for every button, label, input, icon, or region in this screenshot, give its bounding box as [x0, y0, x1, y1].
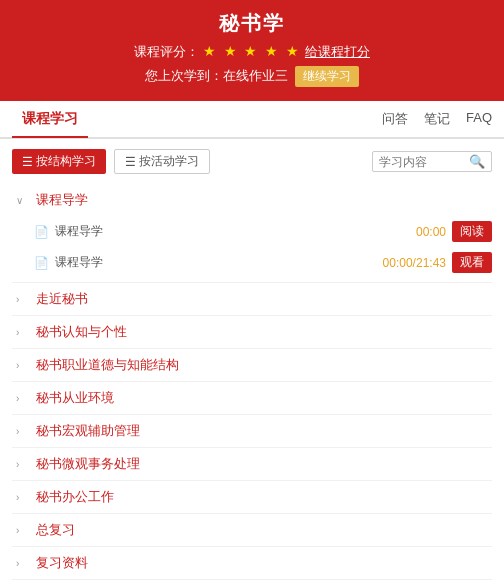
- chapter-name-0: 课程导学: [36, 191, 88, 209]
- chevron-icon-3: ›: [16, 360, 30, 371]
- chapter-name-7: 秘书办公工作: [36, 488, 114, 506]
- file-icon-0-0: 📄: [34, 225, 49, 239]
- chapter-list: ∨ 课程导学 📄 课程导学 00:00 阅读 📄 课程导学 00:00/21:4…: [12, 184, 492, 584]
- rate-course-link[interactable]: 给课程打分: [305, 44, 370, 59]
- chapter-header-4[interactable]: › 秘书从业环境: [12, 382, 492, 414]
- sub-item-time-0-1: 00:00/21:43: [383, 256, 446, 270]
- chapter-header-3[interactable]: › 秘书职业道德与知能结构: [12, 349, 492, 381]
- chapter-item-6: › 秘书微观事务处理: [12, 448, 492, 481]
- search-box[interactable]: 🔍: [372, 151, 492, 172]
- content-toolbar: ☰ 按结构学习 ☰ 按活动学习 🔍: [12, 149, 492, 174]
- chapter-item-3: › 秘书职业道德与知能结构: [12, 349, 492, 382]
- chapter-item-4: › 秘书从业环境: [12, 382, 492, 415]
- chapter-header-8[interactable]: › 总复习: [12, 514, 492, 546]
- sub-item-0-0: 📄 课程导学 00:00 阅读: [34, 216, 492, 247]
- list-icon: ☰: [22, 155, 33, 169]
- tab-faq[interactable]: FAQ: [466, 110, 492, 128]
- chapter-item-7: › 秘书办公工作: [12, 481, 492, 514]
- chapter-name-4: 秘书从业环境: [36, 389, 114, 407]
- structure-btn-label: 按结构学习: [36, 153, 96, 170]
- chevron-icon-6: ›: [16, 459, 30, 470]
- page-header: 秘书学 课程评分： ★ ★ ★ ★ ★ 给课程打分 您上次学到：在线作业三 继续…: [0, 0, 504, 101]
- read-button-0-0[interactable]: 阅读: [452, 221, 492, 242]
- chapter-name-8: 总复习: [36, 521, 75, 539]
- rating-label: 课程评分：: [134, 44, 199, 59]
- main-content: ☰ 按结构学习 ☰ 按活动学习 🔍 ∨ 课程导学 📄 课程导学 00:00: [0, 139, 504, 584]
- chapter-item-9: › 复习资料: [12, 547, 492, 580]
- last-study-label: 您上次学到：在线作业三: [145, 68, 288, 83]
- star-rating[interactable]: ★ ★ ★ ★ ★: [203, 43, 302, 59]
- chapter-header-10[interactable]: › 在线练习: [12, 580, 492, 584]
- chapter-header-1[interactable]: › 走近秘书: [12, 283, 492, 315]
- chevron-icon-4: ›: [16, 393, 30, 404]
- chapter-item-1: › 走近秘书: [12, 283, 492, 316]
- tab-bar-right: 问答 笔记 FAQ: [382, 110, 492, 128]
- file-icon-0-1: 📄: [34, 256, 49, 270]
- chevron-icon-8: ›: [16, 525, 30, 536]
- structure-view-button[interactable]: ☰ 按结构学习: [12, 149, 106, 174]
- chapter-header-0[interactable]: ∨ 课程导学: [12, 184, 492, 216]
- chevron-icon-7: ›: [16, 492, 30, 503]
- sub-item-name-0-0: 课程导学: [55, 223, 416, 240]
- sub-items-0: 📄 课程导学 00:00 阅读 📄 课程导学 00:00/21:43 观看: [12, 216, 492, 282]
- tab-bar: 课程学习 问答 笔记 FAQ: [0, 101, 504, 139]
- tab-notes[interactable]: 笔记: [424, 110, 450, 128]
- tab-bar-left: 课程学习: [12, 102, 382, 136]
- chapter-item-2: › 秘书认知与个性: [12, 316, 492, 349]
- chapter-header-2[interactable]: › 秘书认知与个性: [12, 316, 492, 348]
- activity-view-button[interactable]: ☰ 按活动学习: [114, 149, 210, 174]
- chapter-header-7[interactable]: › 秘书办公工作: [12, 481, 492, 513]
- activity-icon: ☰: [125, 155, 136, 169]
- chapter-item-10: › 在线练习: [12, 580, 492, 584]
- chapter-header-6[interactable]: › 秘书微观事务处理: [12, 448, 492, 480]
- chevron-icon-5: ›: [16, 426, 30, 437]
- tab-qa[interactable]: 问答: [382, 110, 408, 128]
- chapter-name-9: 复习资料: [36, 554, 88, 572]
- chevron-icon-2: ›: [16, 327, 30, 338]
- search-input[interactable]: [379, 155, 469, 169]
- chevron-icon-9: ›: [16, 558, 30, 569]
- last-study-row: 您上次学到：在线作业三 继续学习: [0, 66, 504, 87]
- sub-item-0-1: 📄 课程导学 00:00/21:43 观看: [34, 247, 492, 278]
- chapter-name-3: 秘书职业道德与知能结构: [36, 356, 179, 374]
- tab-course-study[interactable]: 课程学习: [12, 102, 88, 138]
- activity-btn-label: 按活动学习: [139, 153, 199, 170]
- chapter-item-0: ∨ 课程导学 📄 课程导学 00:00 阅读 📄 课程导学 00:00/21:4…: [12, 184, 492, 283]
- chevron-icon-0: ∨: [16, 195, 30, 206]
- sub-item-name-0-1: 课程导学: [55, 254, 383, 271]
- course-title: 秘书学: [0, 10, 504, 37]
- chapter-header-9[interactable]: › 复习资料: [12, 547, 492, 579]
- chapter-name-2: 秘书认知与个性: [36, 323, 127, 341]
- watch-button-0-1[interactable]: 观看: [452, 252, 492, 273]
- chevron-icon-1: ›: [16, 294, 30, 305]
- sub-item-time-0-0: 00:00: [416, 225, 446, 239]
- chapter-name-6: 秘书微观事务处理: [36, 455, 140, 473]
- rating-row: 课程评分： ★ ★ ★ ★ ★ 给课程打分: [0, 43, 504, 61]
- chapter-item-8: › 总复习: [12, 514, 492, 547]
- search-icon: 🔍: [469, 154, 485, 169]
- chapter-header-5[interactable]: › 秘书宏观辅助管理: [12, 415, 492, 447]
- continue-button[interactable]: 继续学习: [295, 66, 359, 87]
- chapter-item-5: › 秘书宏观辅助管理: [12, 415, 492, 448]
- chapter-name-1: 走近秘书: [36, 290, 88, 308]
- chapter-name-5: 秘书宏观辅助管理: [36, 422, 140, 440]
